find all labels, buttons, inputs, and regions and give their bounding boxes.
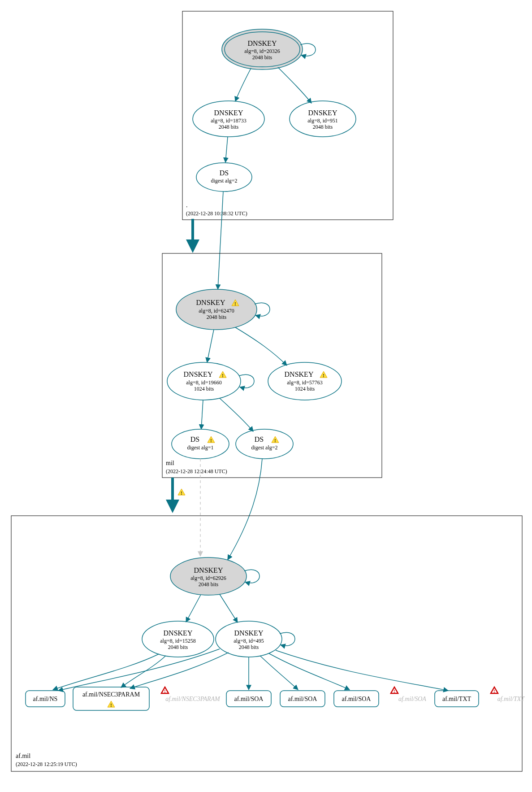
svg-text:2048 bits: 2048 bits [252,54,272,61]
rr-nsec3param-faded: af.mil/NSEC3PARAM [165,696,221,702]
edge-ds2-afksk [228,459,262,560]
svg-text:alg=8, id=19660: alg=8, id=19660 [186,379,222,386]
svg-text:DNSKEY: DNSKEY [234,629,264,637]
svg-text:af.mil/SOA: af.mil/SOA [234,696,264,702]
node-af-zsk1: DNSKEY alg=8, id=15258 2048 bits [142,621,214,657]
dnssec-auth-graph: ! ! . (2022-12-28 10:38:32 UTC) DNSKEY a… [0,0,532,792]
edge-afksk-zsk1 [186,595,201,622]
svg-text:alg=8, id=15258: alg=8, id=15258 [160,638,196,644]
rr-af-soa-1: af.mil/SOA [226,691,271,707]
edge-afksk-zsk2 [220,594,238,622]
zone-root-name: . [186,202,188,209]
node-root-ds: DS digest alg=2 [196,163,252,191]
svg-text:alg=8, id=20326: alg=8, id=20326 [244,48,280,54]
zone-afmil-name: af.mil [16,753,30,759]
svg-text:digest alg=2: digest alg=2 [251,444,277,451]
svg-point-30 [172,429,229,459]
rr-af-txt: af.mil/TXT [435,691,479,707]
node-af-ksk: DNSKEY alg=8, id=62926 2048 bits [170,557,247,595]
edge-rootzsk1-ds [225,137,228,162]
svg-text:1024 bits: 1024 bits [295,386,315,392]
svg-text:af.mil/TXT: af.mil/TXT [442,696,471,702]
svg-text:af.mil/SOA: af.mil/SOA [342,696,372,702]
svg-text:af.mil/SOA: af.mil/SOA [288,696,318,702]
svg-point-33 [236,429,293,459]
node-root-zsk1: DNSKEY alg=8, id=18733 2048 bits [193,101,264,137]
edge-rootksk-zsk2 [278,67,311,103]
svg-text:alg=8, id=18733: alg=8, id=18733 [211,117,247,124]
svg-text:alg=8, id=951: alg=8, id=951 [307,117,338,124]
svg-text:af.mil/NSEC3PARAM: af.mil/NSEC3PARAM [82,691,140,698]
edge-milzsk1-self [239,374,254,388]
node-mil-ds2: DS digest alg=2 [236,429,293,459]
svg-text:DS: DS [255,435,264,443]
rr-txt-faded: af.mil/TXT [497,696,525,702]
node-af-zsk2: DNSKEY alg=8, id=495 2048 bits [216,621,282,657]
edge-rootds-milksk [218,191,223,289]
edge-zsk2-n3p [130,653,229,688]
zone-root-ts: (2022-12-28 10:38:32 UTC) [186,210,247,217]
rr-af-soa-2: af.mil/SOA [280,691,325,707]
svg-text:1024 bits: 1024 bits [194,386,214,392]
rr-soa-faded: af.mil/SOA [398,696,426,702]
svg-text:DNSKEY: DNSKEY [308,109,337,117]
svg-text:alg=8, id=57763: alg=8, id=57763 [287,379,323,386]
svg-text:DS: DS [220,169,229,177]
svg-text:digest alg=2: digest alg=2 [211,178,237,184]
svg-text:2048 bits: 2048 bits [219,124,239,130]
edge-rootksk-zsk1 [235,68,251,101]
svg-text:DNSKEY: DNSKEY [214,109,243,117]
node-mil-ksk: DNSKEY alg=8, id=62470 2048 bits [176,289,257,330]
node-mil-zsk1: DNSKEY alg=8, id=19660 1024 bits [167,362,241,400]
svg-text:2048 bits: 2048 bits [199,581,219,587]
edge-zsk2-txt [276,650,448,691]
node-mil-zsk2: DNSKEY alg=8, id=57763 1024 bits [268,362,342,400]
svg-point-15 [196,163,252,191]
svg-text:DNSKEY: DNSKEY [184,370,213,378]
edge-milksk-zsk1 [207,330,214,362]
edge-zsk2-soa3 [269,653,350,690]
svg-text:DNSKEY: DNSKEY [194,566,223,574]
zone-mil-ts: (2022-12-28 12:24:48 UTC) [166,468,227,474]
error-icon [391,687,398,694]
zone-afmil-ts: (2022-12-28 12:25:19 UTC) [16,761,77,767]
rr-af-nsec3param: af.mil/NSEC3PARAM [73,687,149,710]
edge-zsk2-soa2 [260,656,298,690]
rr-af-soa-3: af.mil/SOA [334,691,379,707]
svg-text:2048 bits: 2048 bits [313,124,333,130]
edge-milzsk1-ds1 [201,400,203,429]
edge-zsk2-ns [58,649,220,691]
svg-text:alg=8, id=62926: alg=8, id=62926 [190,575,226,581]
svg-text:DNSKEY: DNSKEY [164,629,193,637]
error-icon [491,687,498,694]
zone-mil-name: mil [166,460,174,466]
svg-text:DNSKEY: DNSKEY [248,39,277,47]
error-icon [161,687,169,694]
svg-text:alg=8, id=62470: alg=8, id=62470 [199,308,234,314]
svg-text:af.mil/NS: af.mil/NS [33,696,58,702]
warning-icon [178,489,185,496]
rr-af-ns: af.mil/NS [26,691,65,707]
edge-milksk-zsk2 [235,327,287,366]
svg-text:2048 bits: 2048 bits [239,644,259,650]
svg-text:DS: DS [190,435,199,443]
svg-text:DNSKEY: DNSKEY [285,370,314,378]
svg-text:2048 bits: 2048 bits [168,644,188,650]
svg-text:DNSKEY: DNSKEY [196,299,225,306]
node-mil-ds1: DS digest alg=1 [172,429,229,459]
svg-text:alg=8, id=495: alg=8, id=495 [234,638,264,644]
node-root-ksk: DNSKEY alg=8, id=20326 2048 bits [222,29,303,70]
svg-text:digest alg=1: digest alg=1 [187,444,213,451]
svg-text:2048 bits: 2048 bits [207,314,227,320]
node-root-zsk2: DNSKEY alg=8, id=951 2048 bits [290,101,356,137]
edge-milzsk1-ds2 [220,398,253,431]
